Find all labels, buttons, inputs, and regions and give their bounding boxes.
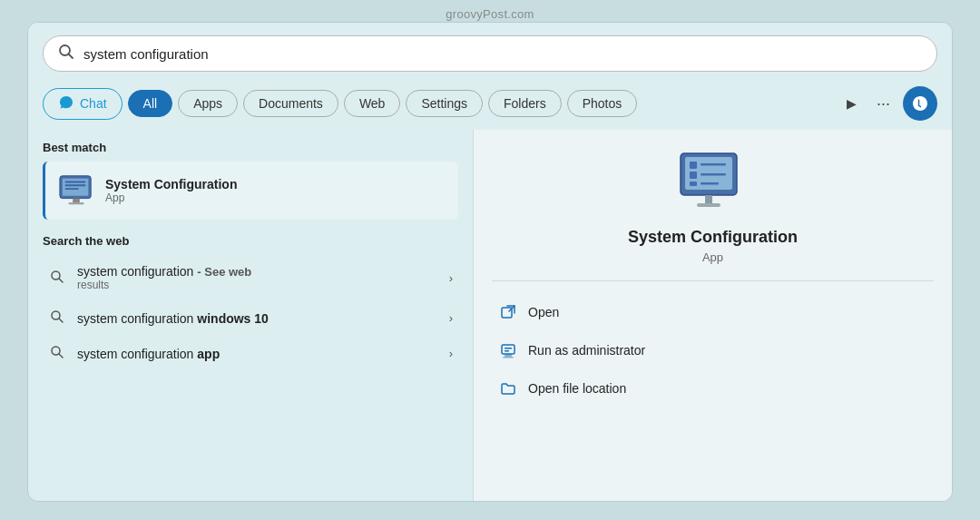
tab-chat-label: Chat [80,96,107,111]
web-item-2-arrow-icon: › [449,311,453,325]
web-search-icon-3 [48,345,66,362]
web-search-item-2[interactable]: system configuration windows 10 › [43,300,458,336]
search-icon [58,44,74,64]
tab-photos[interactable]: Photos [567,90,638,117]
web-item-2-bold: windows 10 [197,311,269,326]
web-item-1-query: system configuration - See web [77,264,438,279]
folder-icon [499,379,517,397]
tab-folders-label: Folders [504,96,546,111]
svg-rect-28 [505,354,512,357]
svg-rect-20 [701,173,726,176]
svg-rect-17 [690,162,697,169]
web-item-3-bold: app [197,347,220,361]
svg-rect-4 [65,182,86,183]
tab-web-label: Web [359,96,386,111]
best-match-item[interactable]: System Configuration App [43,162,458,220]
web-search-icon-2 [48,309,66,327]
svg-rect-7 [73,199,80,203]
open-icon [499,303,517,321]
web-search-label: Search the web [43,234,458,248]
left-panel: Best match [28,130,473,501]
svg-rect-21 [690,182,697,186]
svg-line-1 [69,54,74,59]
tab-all[interactable]: All [128,90,173,117]
tab-settings[interactable]: Settings [406,90,483,117]
best-match-title: System Configuration [105,177,237,191]
search-bar: system configuration [43,35,937,72]
tab-all-label: All [143,96,158,111]
action-run-admin[interactable]: Run as administrator [492,332,934,368]
svg-line-14 [59,354,63,358]
web-item-2-query: system configuration windows 10 [77,311,438,326]
action-open-label: Open [528,305,559,319]
tab-web[interactable]: Web [344,90,401,117]
action-folder-label: Open file location [528,381,626,396]
svg-line-10 [59,279,63,282]
svg-rect-6 [65,188,79,190]
tab-apps-label: Apps [193,96,222,111]
admin-icon [499,341,517,359]
detail-divider [492,280,934,281]
tab-apps[interactable]: Apps [178,90,238,117]
tab-more-button[interactable]: ··· [869,91,897,117]
web-item-1-arrow-icon: › [449,271,453,285]
app-detail-subtitle: App [702,250,723,264]
bing-button[interactable] [903,86,937,121]
svg-rect-30 [505,348,512,349]
tab-more-play-button[interactable]: ▶ [839,93,864,114]
web-item-1-subtext: results [77,279,438,291]
web-search-item-1[interactable]: system configuration - See web results › [43,255,458,300]
best-match-subtitle: App [105,191,237,204]
action-admin-label: Run as administrator [528,343,645,358]
action-open[interactable]: Open [492,294,934,330]
tab-settings-label: Settings [421,96,467,111]
web-search-icon-1 [48,270,66,287]
search-bar-row: system configuration [28,23,952,81]
action-list: Open Run as administrator [492,294,934,407]
tabs-row: Chat All Apps Documents Web Settings Fol… [28,81,952,130]
chat-bubble-icon [58,94,74,113]
right-panel: System Configuration App Open [473,130,952,501]
svg-rect-24 [697,203,720,207]
search-window: system configuration Chat All Apps Docum… [27,22,953,502]
tab-documents-label: Documents [259,96,323,111]
action-file-location[interactable]: Open file location [492,370,934,407]
main-content: Best match [28,130,952,501]
watermark: groovyPost.com [446,7,534,21]
svg-rect-22 [701,182,719,185]
web-item-1-text: system configuration - See web results [77,264,438,291]
svg-rect-8 [68,202,83,204]
svg-rect-27 [502,345,514,354]
app-detail-title: System Configuration [628,228,798,247]
web-item-3-query: system configuration app [77,347,438,361]
svg-rect-5 [65,184,86,186]
svg-rect-29 [503,357,514,358]
best-match-text: System Configuration App [105,177,237,204]
svg-line-12 [59,319,63,322]
tab-chat[interactable]: Chat [43,88,122,120]
tab-folders[interactable]: Folders [488,90,562,117]
tab-photos-label: Photos [583,96,622,111]
svg-rect-23 [705,195,712,204]
app-detail-icon [677,152,750,215]
svg-rect-31 [505,350,509,352]
best-match-label: Best match [43,141,458,154]
svg-rect-18 [701,163,726,166]
web-search-item-3[interactable]: system configuration app › [43,336,458,371]
web-item-3-arrow-icon: › [449,347,453,360]
search-query-text[interactable]: system configuration [83,46,922,62]
web-item-1-suffix: - See web [197,265,251,279]
app-icon-box [58,172,94,209]
tab-documents[interactable]: Documents [243,90,338,117]
svg-rect-19 [690,172,697,179]
